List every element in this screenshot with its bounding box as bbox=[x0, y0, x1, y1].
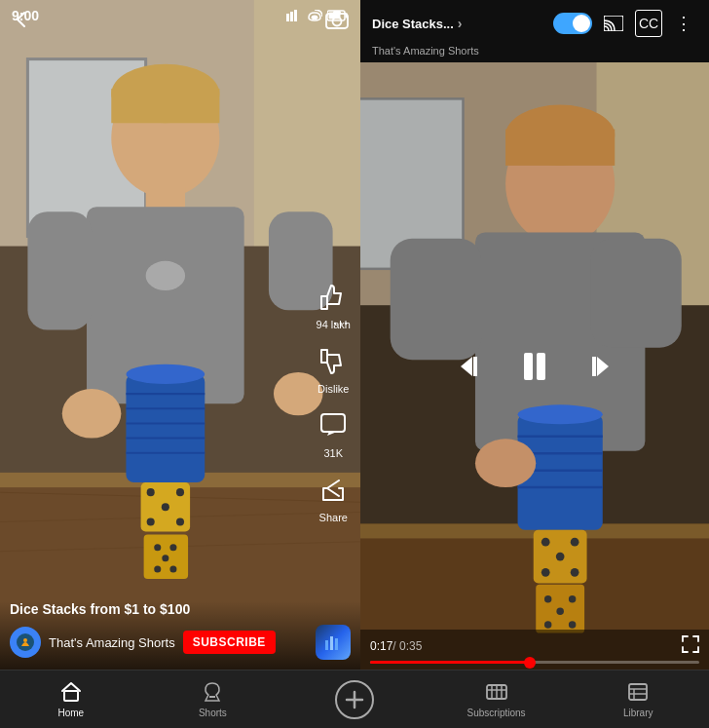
svg-rect-102 bbox=[629, 684, 647, 700]
autoplay-toggle[interactable] bbox=[553, 13, 592, 34]
svg-point-84 bbox=[556, 607, 563, 614]
svg-point-73 bbox=[518, 404, 603, 424]
progress-filled bbox=[370, 661, 530, 664]
cast-button[interactable] bbox=[600, 10, 627, 37]
svg-rect-66 bbox=[391, 239, 481, 361]
main-content: 9:00 ··· 94 lakh bbox=[0, 0, 709, 670]
dislike-icon bbox=[319, 348, 347, 379]
svg-point-86 bbox=[569, 621, 576, 628]
comment-icon bbox=[319, 412, 347, 443]
header-controls: CC ⋮ bbox=[553, 10, 697, 37]
time-row: 0:17 / 0:35 bbox=[370, 635, 699, 657]
nav-subscriptions[interactable]: Subscriptions bbox=[467, 681, 526, 718]
svg-point-77 bbox=[571, 538, 579, 547]
channel-avatar bbox=[10, 627, 41, 658]
svg-rect-40 bbox=[290, 12, 293, 21]
progress-bar[interactable] bbox=[370, 661, 699, 664]
shorts-actions: 94 lakh Dislike 31K Share bbox=[317, 284, 351, 523]
back-button[interactable] bbox=[12, 10, 31, 35]
svg-marker-87 bbox=[461, 357, 472, 376]
svg-point-76 bbox=[541, 538, 550, 547]
share-button[interactable]: Share bbox=[319, 477, 348, 523]
svg-point-78 bbox=[556, 553, 565, 561]
playback-controls bbox=[458, 348, 612, 385]
svg-point-37 bbox=[154, 565, 161, 572]
dislike-button[interactable]: Dislike bbox=[317, 348, 349, 395]
subscriptions-icon bbox=[486, 681, 507, 706]
svg-point-82 bbox=[544, 595, 551, 602]
svg-point-50 bbox=[23, 638, 27, 642]
nav-library[interactable]: Library bbox=[609, 681, 667, 718]
svg-rect-16 bbox=[27, 211, 92, 329]
svg-point-83 bbox=[569, 595, 576, 602]
dislike-label: Dislike bbox=[317, 383, 349, 395]
svg-rect-41 bbox=[294, 10, 297, 21]
fullscreen-button[interactable] bbox=[682, 635, 699, 657]
shorts-bottom: Dice Stacks from $1 to $100 That's Amazi… bbox=[0, 601, 360, 670]
video-area[interactable]: 0:17 / 0:35 bbox=[360, 62, 709, 670]
toggle-knob bbox=[573, 15, 590, 32]
svg-rect-52 bbox=[330, 636, 333, 650]
music-badge bbox=[316, 625, 351, 660]
cc-button[interactable]: CC bbox=[635, 10, 662, 37]
nav-home[interactable]: Home bbox=[42, 681, 100, 718]
svg-point-32 bbox=[176, 517, 184, 525]
share-icon bbox=[319, 477, 347, 508]
svg-point-15 bbox=[146, 261, 185, 290]
library-icon bbox=[627, 681, 649, 706]
current-time: 0:17 bbox=[370, 639, 392, 653]
svg-rect-39 bbox=[286, 14, 289, 21]
svg-point-29 bbox=[176, 488, 184, 496]
video-header: Dice Stacks... › CC ⋮ bbox=[360, 0, 709, 45]
svg-point-74 bbox=[475, 439, 536, 487]
shorts-icon bbox=[202, 681, 223, 706]
video-title: Dice Stacks from $1 to $100 bbox=[10, 601, 351, 617]
svg-point-28 bbox=[147, 488, 155, 496]
shorts-top-bar: 9:00 bbox=[0, 0, 360, 31]
svg-point-38 bbox=[169, 565, 176, 572]
svg-rect-90 bbox=[537, 353, 545, 380]
svg-point-30 bbox=[162, 503, 169, 511]
nav-shorts[interactable]: Shorts bbox=[183, 681, 242, 718]
svg-rect-47 bbox=[333, 11, 341, 14]
subscribe-button[interactable]: SUBSCRIBE bbox=[183, 631, 276, 654]
video-title-text: Dice Stacks... bbox=[372, 17, 454, 31]
svg-point-31 bbox=[147, 517, 155, 525]
shorts-panel: 9:00 ··· 94 lakh bbox=[0, 0, 360, 670]
svg-rect-93 bbox=[64, 691, 78, 701]
svg-rect-89 bbox=[524, 353, 533, 380]
comment-count: 31K bbox=[323, 447, 343, 459]
svg-rect-12 bbox=[111, 89, 219, 123]
channel-name: That's Amazing Shorts bbox=[49, 635, 175, 650]
video-subtitle: That's Amazing Shorts bbox=[360, 45, 709, 62]
nav-add[interactable] bbox=[325, 680, 384, 719]
comment-button[interactable]: 31K bbox=[319, 412, 347, 459]
progress-area: 0:17 / 0:35 bbox=[360, 630, 709, 670]
svg-point-35 bbox=[169, 544, 176, 551]
channel-row: That's Amazing Shorts SUBSCRIBE bbox=[10, 625, 351, 660]
svg-point-26 bbox=[126, 364, 205, 384]
chevron-right-icon: › bbox=[458, 16, 463, 31]
pause-button[interactable] bbox=[516, 348, 553, 385]
svg-point-85 bbox=[544, 621, 551, 628]
bottom-nav: Home Shorts Subscriptions Library bbox=[0, 670, 709, 728]
svg-point-36 bbox=[162, 555, 168, 561]
svg-rect-48 bbox=[321, 414, 345, 432]
nav-shorts-label: Shorts bbox=[199, 708, 227, 718]
nav-subscriptions-label: Subscriptions bbox=[467, 708, 526, 718]
video-title-header: Dice Stacks... › bbox=[372, 16, 545, 31]
svg-rect-92 bbox=[592, 357, 596, 376]
skip-back-button[interactable] bbox=[458, 352, 487, 381]
like-button[interactable]: 94 lakh bbox=[317, 284, 351, 330]
total-time: / 0:35 bbox=[392, 639, 422, 653]
svg-rect-88 bbox=[473, 357, 477, 376]
add-button[interactable] bbox=[335, 680, 374, 719]
video-panel: Dice Stacks... › CC ⋮ That's Amazing Sho… bbox=[360, 0, 709, 670]
like-count: 94 lakh bbox=[317, 319, 351, 330]
shorts-video-bg bbox=[0, 0, 360, 670]
skip-forward-button[interactable] bbox=[582, 352, 612, 381]
more-options-header-button[interactable]: ⋮ bbox=[670, 10, 697, 37]
svg-point-18 bbox=[62, 389, 122, 439]
svg-rect-67 bbox=[590, 239, 681, 348]
camera-icon[interactable] bbox=[325, 10, 349, 34]
